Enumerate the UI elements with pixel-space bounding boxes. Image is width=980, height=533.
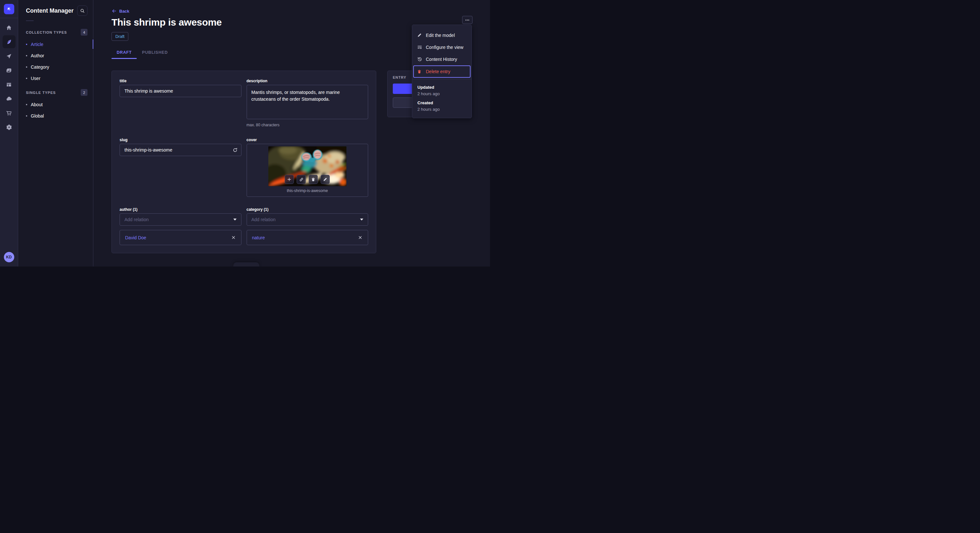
field-label: description — [247, 79, 369, 83]
sidebar-item-label: Global — [31, 113, 44, 119]
sidebar-item-about[interactable]: About — [18, 99, 93, 110]
logo-section — [0, 0, 18, 18]
back-label: Back — [119, 9, 129, 14]
relation-link[interactable]: David Doe — [125, 235, 146, 240]
strapi-logo[interactable] — [4, 4, 14, 14]
field-author: author (1) Add relation David Doe — [119, 207, 242, 245]
relation-link[interactable]: nature — [252, 235, 265, 240]
sidebar-item-global[interactable]: Global — [18, 110, 93, 121]
menu-item-delete-entry[interactable]: Delete entry — [413, 65, 471, 78]
chevron-down-icon — [233, 219, 237, 220]
more-dots-icon — [465, 17, 470, 23]
sidebar-item-user[interactable]: User — [18, 73, 93, 84]
remove-author-relation-button[interactable] — [231, 235, 236, 240]
cover-image — [268, 146, 347, 186]
sidebar-item-label: About — [31, 102, 43, 107]
menu-meta-section: Updated 2 hours ago Created 2 hours ago — [412, 79, 471, 118]
trash-icon — [417, 69, 423, 74]
cloud-icon[interactable] — [3, 92, 16, 105]
sidebar-item-label: Article — [31, 42, 43, 47]
section-label: SINGLE TYPES — [26, 90, 56, 95]
tab-draft[interactable]: DRAFT — [111, 48, 137, 59]
regenerate-slug-button[interactable] — [232, 147, 239, 153]
bullet-icon — [26, 115, 27, 117]
category-relation-item: nature — [247, 230, 369, 245]
collection-types-count-badge: 4 — [81, 29, 88, 36]
rail-icon-list — [3, 21, 16, 134]
marketplace-icon[interactable] — [3, 106, 16, 119]
select-placeholder: Add relation — [124, 217, 149, 222]
chevron-down-icon — [360, 219, 363, 220]
add-media-button[interactable] — [285, 175, 294, 184]
user-avatar[interactable]: KD — [4, 252, 14, 262]
sidebar-item-author[interactable]: Author — [18, 50, 93, 61]
bullet-icon — [26, 44, 27, 45]
delete-media-button[interactable] — [309, 175, 318, 184]
cover-filename: this-shrimp-is-awesome — [287, 189, 328, 193]
menu-item-label: Edit the model — [426, 33, 455, 38]
description-textarea[interactable]: Mantis shrimps, or stomatopods, are mari… — [247, 85, 369, 119]
category-relation-select[interactable]: Add relation — [247, 213, 369, 226]
copy-link-button[interactable] — [297, 175, 306, 184]
collection-types-section: COLLECTION TYPES 4 Article Author Catego… — [18, 29, 93, 84]
status-badge: Draft — [111, 32, 128, 41]
home-icon[interactable] — [3, 21, 16, 34]
menu-item-edit-model[interactable]: Edit the model — [412, 29, 471, 41]
edit-media-button[interactable] — [321, 175, 330, 184]
updated-value: 2 hours ago — [417, 91, 466, 96]
link-icon — [299, 177, 304, 182]
main-nav-rail: KD — [0, 0, 18, 266]
pencil-icon — [417, 33, 423, 38]
trash-icon — [311, 177, 316, 182]
created-label: Created — [417, 100, 466, 105]
tab-published[interactable]: PUBLISHED — [137, 48, 173, 59]
media-library-icon[interactable] — [3, 64, 16, 77]
plus-icon — [287, 177, 292, 182]
remove-category-relation-button[interactable] — [358, 235, 363, 240]
main-area: Back This shrimp is awesome Draft DRAFT … — [93, 0, 490, 266]
history-icon — [417, 57, 423, 62]
settings-icon[interactable] — [3, 121, 16, 134]
single-types-count-badge: 2 — [81, 89, 88, 96]
strapi-logo-icon — [6, 6, 12, 12]
close-icon — [358, 235, 363, 240]
edit-form-panel: title description Mantis shrimps, or sto… — [111, 71, 376, 253]
search-button[interactable] — [77, 5, 88, 16]
field-description: description Mantis shrimps, or stomatopo… — [247, 79, 369, 127]
sidebar-item-category[interactable]: Category — [18, 61, 93, 73]
field-label: title — [119, 79, 242, 83]
configure-list-icon — [417, 45, 423, 50]
close-icon — [231, 235, 236, 240]
subnav-title: Content Manager — [26, 8, 73, 14]
created-value: 2 hours ago — [417, 107, 466, 112]
author-relation-select[interactable]: Add relation — [119, 213, 242, 226]
title-input[interactable] — [119, 85, 242, 97]
updated-label: Updated — [417, 85, 466, 90]
sidebar-item-article[interactable]: Article — [18, 38, 93, 50]
more-options-button[interactable] — [462, 16, 473, 24]
single-types-section: SINGLE TYPES 2 About Global — [18, 89, 93, 121]
bullet-icon — [26, 78, 27, 79]
collapsed-panel-handle[interactable] — [233, 262, 259, 266]
search-icon — [80, 8, 85, 13]
content-type-builder-icon[interactable] — [3, 78, 16, 91]
content-manager-icon[interactable] — [3, 35, 16, 48]
field-label: category (1) — [247, 207, 369, 212]
sidebar-item-label: Category — [31, 65, 49, 70]
pencil-icon — [323, 177, 328, 182]
section-label: COLLECTION TYPES — [26, 30, 67, 34]
back-link[interactable]: Back — [111, 8, 129, 14]
menu-item-label: Content History — [426, 57, 457, 62]
releases-icon[interactable] — [3, 49, 16, 62]
select-placeholder: Add relation — [251, 217, 276, 222]
cover-actions — [285, 175, 330, 184]
menu-item-content-history[interactable]: Content History — [412, 53, 471, 65]
author-relation-item: David Doe — [119, 230, 242, 245]
slug-input[interactable] — [119, 144, 242, 156]
bullet-icon — [26, 67, 27, 68]
cover-media-card: this-shrimp-is-awesome — [247, 144, 369, 197]
refresh-icon — [232, 148, 238, 153]
description-hint: max. 80 characters — [247, 123, 369, 127]
menu-item-configure-view[interactable]: Configure the view — [412, 41, 471, 53]
field-label: author (1) — [119, 207, 242, 212]
